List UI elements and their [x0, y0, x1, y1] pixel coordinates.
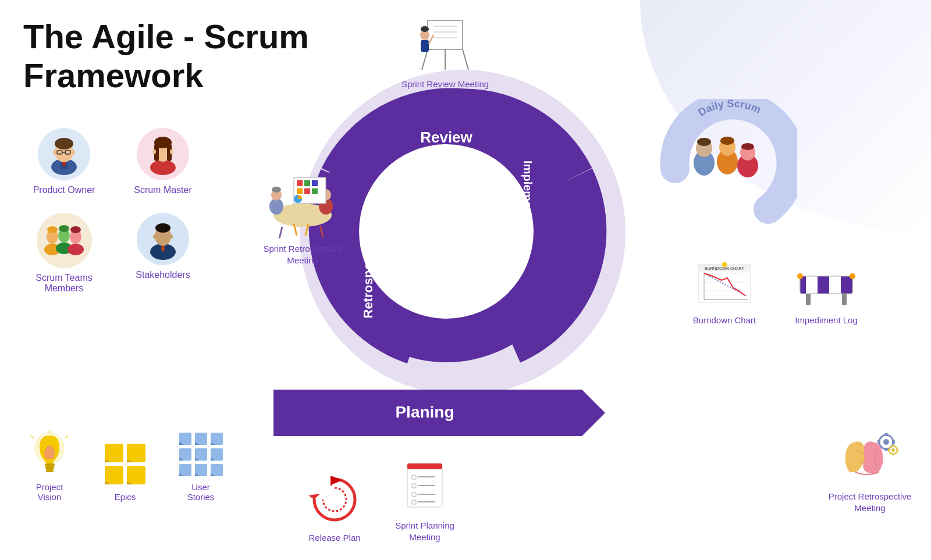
svg-point-15 [152, 149, 156, 154]
artifact-epics: Epics [93, 441, 157, 502]
svg-rect-47 [179, 433, 191, 445]
svg-rect-54 [195, 464, 207, 476]
checklist-icon [401, 461, 448, 513]
svg-rect-50 [179, 448, 191, 461]
impediment-log-item: Impediment Log [786, 262, 867, 325]
product-owner-avatar [38, 128, 90, 180]
svg-rect-40 [127, 444, 145, 462]
svg-point-142 [850, 273, 855, 279]
people-grid: Product Owner Scrum Maste [17, 128, 209, 294]
sprint-planning-meeting-item: Sprint PlanningMeeting [378, 461, 471, 543]
svg-rect-166 [888, 449, 890, 451]
svg-line-97 [320, 226, 323, 237]
sprint-retro-icon [265, 174, 340, 238]
burndown-icon: BURNDOWN CHART [695, 262, 754, 308]
product-owner-label: Product Owner [33, 185, 95, 195]
svg-rect-107 [421, 40, 429, 52]
sprint-retro-label: Sprint RetrospectiveMeeting [263, 243, 342, 266]
project-retro-meeting-item: Project RetrospectiveMeeting [820, 431, 919, 513]
stakeholders-label: Stakeholders [136, 270, 190, 280]
svg-rect-138 [841, 276, 852, 294]
svg-marker-145 [332, 476, 342, 484]
user-stories-icon [177, 431, 224, 477]
svg-point-157 [883, 439, 889, 445]
impediment-log-icon [797, 262, 855, 311]
presenter-icon [416, 12, 474, 76]
svg-rect-55 [211, 464, 223, 476]
svg-rect-48 [195, 433, 207, 445]
svg-rect-42 [127, 466, 145, 484]
person-product-owner: Product Owner [17, 128, 111, 195]
svg-rect-35 [46, 469, 54, 472]
svg-rect-137 [829, 276, 841, 294]
svg-point-19 [47, 226, 58, 233]
scrum-master-label: Scrum Master [134, 185, 192, 195]
artifact-project-vision: ProjectVision [17, 431, 81, 502]
svg-rect-135 [806, 276, 818, 294]
brain-gears-icon [841, 431, 899, 484]
daily-scrum-area: Daily Scrum [658, 99, 797, 238]
svg-rect-49 [211, 433, 223, 445]
svg-point-115 [720, 137, 734, 145]
svg-rect-144 [331, 476, 332, 486]
svg-point-10 [150, 160, 176, 175]
svg-rect-53 [179, 464, 191, 476]
svg-point-163 [891, 448, 895, 452]
sticky-notes-icon [102, 441, 148, 487]
svg-rect-39 [105, 444, 123, 462]
svg-line-102 [422, 49, 428, 70]
svg-rect-167 [897, 449, 898, 451]
epics-icon [102, 441, 148, 487]
svg-rect-165 [892, 454, 894, 455]
scrum-master-avatar [137, 128, 189, 180]
person-scrum-master: Scrum Master [116, 128, 209, 195]
svg-point-118 [741, 143, 754, 150]
lightbulb-icon [28, 430, 72, 479]
stakeholders-avatar [137, 213, 189, 265]
svg-rect-88 [304, 180, 310, 186]
svg-point-83 [272, 187, 281, 192]
user-stories-label: UserStories [187, 482, 215, 502]
scrum-teams-icon [38, 215, 90, 267]
person-scrum-teams: Scrum TeamsMembers [17, 213, 111, 294]
svg-rect-136 [818, 276, 829, 294]
svg-rect-91 [304, 188, 310, 194]
svg-rect-147 [407, 463, 442, 469]
svg-rect-41 [105, 466, 123, 484]
svg-point-31 [169, 234, 173, 239]
svg-rect-51 [195, 448, 207, 461]
svg-rect-92 [312, 188, 318, 194]
svg-line-38 [65, 436, 68, 438]
svg-point-25 [70, 226, 81, 233]
sprint-review-meeting-item: Sprint Review Meeting [401, 12, 489, 89]
epics-label: Epics [115, 492, 136, 502]
scrum-teams-avatar [37, 213, 92, 268]
svg-text:BURNDOWN CHART: BURNDOWN CHART [705, 266, 745, 270]
scrum-master-icon [140, 131, 186, 177]
svg-point-112 [697, 138, 711, 146]
svg-point-30 [153, 234, 157, 239]
svg-point-22 [59, 225, 69, 232]
burndown-chart-label: Burndown Chart [693, 315, 756, 325]
svg-point-4 [55, 138, 73, 149]
stakeholders-icon [140, 216, 186, 262]
svg-point-16 [170, 149, 173, 154]
sprint-review-meeting-label: Sprint Review Meeting [401, 79, 489, 89]
svg-rect-52 [211, 448, 223, 461]
svg-rect-34 [45, 466, 54, 469]
project-vision-icon [26, 431, 73, 477]
artifacts-row: ProjectVision Epics [17, 431, 233, 502]
burndown-chart-icon: BURNDOWN CHART [695, 262, 754, 311]
person-stakeholders: Stakeholders [116, 213, 209, 294]
svg-rect-89 [312, 180, 318, 186]
scrum-teams-label: Scrum TeamsMembers [35, 273, 93, 294]
svg-text:Review: Review [420, 129, 472, 146]
impediment-log-label: Impediment Log [795, 315, 858, 325]
release-plan-icon [308, 473, 361, 528]
svg-point-29 [155, 223, 170, 233]
svg-rect-90 [297, 188, 303, 194]
svg-point-8 [53, 150, 56, 155]
sprint-retro-meeting-item: Sprint RetrospectiveMeeting [259, 174, 346, 266]
main-content: The Agile - ScrumFramework [0, 0, 931, 560]
release-plan-label: Release Plan [308, 533, 360, 543]
